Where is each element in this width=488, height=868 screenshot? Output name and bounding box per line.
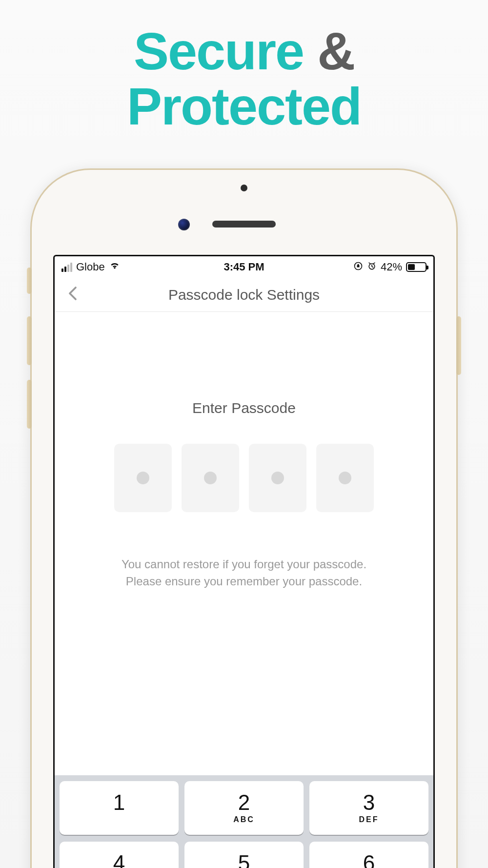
proximity-sensor	[241, 185, 247, 191]
key-number: 4	[113, 852, 125, 868]
earpiece-speaker	[212, 221, 276, 227]
status-bar: Globe 3:45 PM 42%	[55, 256, 433, 278]
key-letters: DEF	[359, 815, 379, 824]
key-number: 2	[238, 792, 250, 813]
page-title: Passcode lock Settings	[168, 287, 320, 303]
status-time: 3:45 PM	[224, 261, 264, 273]
key-number: 5	[238, 852, 250, 868]
orientation-lock-icon	[353, 261, 363, 273]
keypad-key-3[interactable]: 3 DEF	[309, 781, 428, 835]
passcode-digit-2	[182, 444, 239, 512]
passcode-digit-3	[249, 444, 306, 512]
phone-screen: Globe 3:45 PM 42%	[53, 255, 435, 868]
volume-down-button	[27, 380, 32, 429]
headline-word-1: Secure	[134, 21, 304, 81]
battery-percent-label: 42%	[381, 261, 402, 273]
alarm-icon	[367, 261, 377, 273]
battery-icon	[406, 262, 427, 272]
front-camera	[178, 219, 190, 230]
passcode-digit-1	[114, 444, 172, 512]
marketing-headline: Secure & Protected	[0, 0, 488, 134]
keypad-key-1[interactable]: 1 X	[60, 781, 179, 835]
phone-frame: Globe 3:45 PM 42%	[32, 170, 456, 868]
passcode-digit-4	[316, 444, 374, 512]
nav-header: Passcode lock Settings	[55, 278, 433, 312]
keypad-key-6[interactable]: 6 MNO	[309, 842, 428, 868]
headline-word-2: Protected	[127, 77, 361, 136]
passcode-warning: You cannot restore if you forget your pa…	[74, 556, 414, 590]
enter-passcode-label: Enter Passcode	[74, 400, 414, 416]
carrier-label: Globe	[76, 261, 105, 273]
power-button	[456, 316, 461, 375]
signal-bars-icon	[61, 263, 72, 272]
headline-ampersand: &	[317, 21, 354, 81]
keypad-key-5[interactable]: 5 JKL	[184, 842, 304, 868]
keypad-key-2[interactable]: 2 ABC	[184, 781, 304, 835]
wifi-icon	[109, 260, 121, 274]
key-number: 6	[363, 852, 375, 868]
warning-line-1: You cannot restore if you forget your pa…	[122, 558, 366, 571]
warning-line-2: Please ensure you remember your passcode…	[126, 575, 362, 588]
key-letters: ABC	[233, 815, 255, 824]
key-number: 1	[113, 792, 125, 813]
volume-up-button	[27, 316, 32, 365]
passcode-content: Enter Passcode You cannot restore if you…	[55, 312, 433, 590]
back-button[interactable]	[62, 282, 83, 307]
keypad-key-4[interactable]: 4 GHI	[60, 842, 179, 868]
battery-fill	[408, 264, 415, 270]
key-number: 3	[363, 792, 375, 813]
passcode-input[interactable]	[74, 444, 414, 512]
mute-switch	[27, 268, 32, 294]
numeric-keypad: 1 X 2 ABC 3 DEF 4 GHI	[55, 775, 433, 868]
